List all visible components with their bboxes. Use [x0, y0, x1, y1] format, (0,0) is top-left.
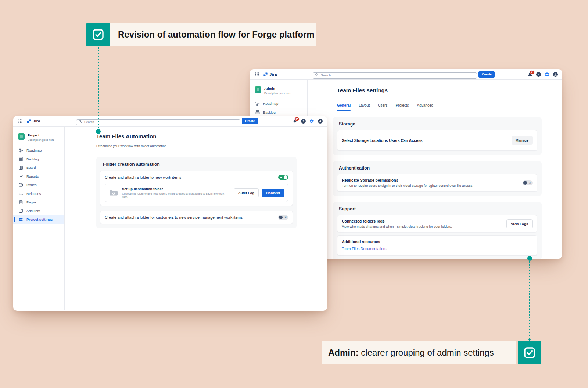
pages-icon: [19, 200, 23, 204]
bottom-annotation-anchor-dot: [527, 256, 532, 261]
help-icon[interactable]: ?: [536, 72, 541, 77]
project-name: Project: [28, 133, 54, 137]
storage-row-title: Select Storage Locations Users Can Acces…: [342, 138, 423, 143]
settings-tabs: General Layout Users Projects Advanced: [337, 103, 542, 111]
create-button[interactable]: Create: [478, 71, 495, 78]
disconnected-folder-icon: [109, 189, 118, 197]
bottom-annotation-dotted-line: [529, 261, 530, 339]
jira-logo[interactable]: Jira: [263, 72, 277, 77]
sidebar-item-roadmap[interactable]: Roadmap: [250, 99, 307, 108]
connected-folders-logs-title: Connected folders logs: [342, 219, 452, 223]
search-box[interactable]: [76, 118, 240, 124]
page-title: Team Files settings: [337, 87, 542, 93]
view-logs-button[interactable]: View Logs: [506, 219, 533, 228]
audit-log-button[interactable]: Audit Log: [234, 188, 259, 197]
tab-projects[interactable]: Projects: [395, 103, 409, 111]
profile-avatar-icon[interactable]: [553, 72, 558, 77]
storage-section: Storage Select Storage Locations Users C…: [333, 117, 542, 155]
jira-logo-icon: [26, 119, 31, 124]
sidebar-item-reports[interactable]: Reports: [13, 172, 64, 181]
app-switcher-icon[interactable]: [18, 118, 23, 124]
page-subtitle: Streamline your workflow with folder aut…: [96, 144, 310, 148]
connected-folders-logs-description: View who made changes and when—simple, c…: [342, 225, 452, 228]
profile-avatar-icon[interactable]: [318, 118, 323, 124]
authentication-heading: Authentication: [339, 165, 537, 171]
automation-content: Team Files Automation Streamline your wo…: [65, 127, 327, 310]
folder-automation-heading: Folder creation automation: [103, 162, 293, 167]
board-icon: [19, 165, 23, 170]
storage-locations-card: Select Storage Locations Users Can Acces…: [337, 130, 537, 151]
issues-icon: [19, 183, 23, 187]
destination-folder-title: Set up destination folder: [122, 187, 230, 191]
rule1-toggle[interactable]: [278, 175, 288, 180]
project-switcher[interactable]: Project Description goes here: [13, 131, 64, 146]
sidebar-item-backlog[interactable]: Backlog: [250, 108, 307, 117]
checkbox-check-icon: [523, 346, 536, 359]
notifications-bell-icon[interactable]: 9+: [527, 72, 533, 77]
releases-icon: [19, 191, 23, 196]
search-icon: [78, 120, 82, 123]
tabs-divider: [333, 111, 542, 111]
help-icon[interactable]: ?: [301, 118, 306, 124]
header-icons: 9+ ?: [527, 69, 558, 80]
authentication-section: Authentication Replicate Storage permiss…: [333, 161, 542, 196]
project-description: Description goes here: [264, 92, 291, 95]
canvas: Jira Create 9+ ?: [0, 0, 588, 388]
replicate-permissions-description: Turn on to require users to sign in to t…: [342, 184, 473, 188]
project-name: Admin: [264, 86, 291, 90]
destination-folder-setup: Set up destination folder Choose the fol…: [105, 184, 288, 202]
notifications-bell-icon[interactable]: 9+: [292, 118, 298, 124]
tab-general[interactable]: General: [337, 103, 351, 111]
jira-logo[interactable]: Jira: [26, 119, 40, 124]
sidebar-item-add-item[interactable]: Add item: [13, 207, 64, 216]
top-annotation-checkbox-badge: [86, 23, 110, 46]
admin-settings-content: Team Files settings General Layout Users…: [308, 80, 562, 258]
search-box[interactable]: [313, 71, 477, 78]
sidebar-item-roadmap[interactable]: Roadmap: [13, 146, 64, 155]
admin-project-switcher[interactable]: Admin Description goes here: [250, 84, 307, 99]
search-input[interactable]: [76, 119, 240, 125]
admin-window-header: Jira Create 9+ ?: [250, 69, 562, 80]
page-title: Team Files Automation: [96, 133, 310, 139]
jira-logo-icon: [263, 72, 268, 77]
notification-count-badge: 9+: [530, 70, 535, 74]
sidebar-item-project-settings[interactable]: Project settings: [13, 215, 64, 224]
tab-users[interactable]: Users: [378, 103, 387, 111]
jira-logo-text: Jira: [269, 72, 277, 76]
sidebar-item-backlog[interactable]: Backlog: [13, 155, 64, 164]
team-files-documentation-link[interactable]: Team Files Documentation ›: [342, 247, 388, 251]
project-settings-gear-icon: [19, 217, 23, 222]
automation-window-header: Jira Create 9+ ?: [13, 116, 327, 127]
top-annotation-label: Revision of automation flow for Forge pl…: [110, 23, 316, 46]
rule-service-management-card: Create and attach a folder for customers…: [100, 211, 293, 224]
settings-gear-icon[interactable]: [309, 118, 315, 124]
additional-resources-title: Additional resources: [342, 239, 533, 244]
settings-gear-icon[interactable]: [544, 72, 550, 77]
connected-folders-logs-card: Connected folders logs View who made cha…: [337, 215, 537, 232]
top-annotation-dotted-line: [98, 47, 99, 129]
backlog-icon: [255, 110, 260, 114]
sidebar-item-issues[interactable]: Issues: [13, 181, 64, 189]
tab-layout[interactable]: Layout: [359, 103, 370, 111]
tab-advanced[interactable]: Advanced: [417, 103, 433, 111]
jira-logo-text: Jira: [33, 119, 40, 123]
replicate-permissions-toggle[interactable]: ✕: [523, 180, 533, 185]
search-input[interactable]: [313, 72, 477, 79]
rule2-toggle[interactable]: ✕: [278, 215, 288, 220]
top-annotation-anchor-dot: [96, 129, 101, 134]
rule2-label: Create and attach a folder for customers…: [105, 215, 243, 220]
reports-icon: [19, 174, 23, 178]
rule-new-work-items-card: Create and attach a folder to new work i…: [100, 171, 293, 206]
create-button[interactable]: Create: [242, 118, 258, 124]
project-description: Description goes here: [28, 138, 54, 142]
manage-button[interactable]: Manage: [512, 136, 533, 145]
app-switcher-icon[interactable]: [254, 72, 260, 77]
sidebar-item-board[interactable]: Board: [13, 163, 64, 172]
sidebar-item-releases[interactable]: Releases: [13, 189, 64, 198]
support-heading: Support: [339, 206, 537, 211]
rule1-label: Create and attach a folder to new work i…: [105, 175, 181, 179]
connect-button[interactable]: Connect: [262, 189, 284, 197]
roadmap-icon: [255, 102, 260, 106]
header-icons: 9+ ?: [292, 116, 323, 127]
sidebar-item-pages[interactable]: Pages: [13, 198, 64, 207]
